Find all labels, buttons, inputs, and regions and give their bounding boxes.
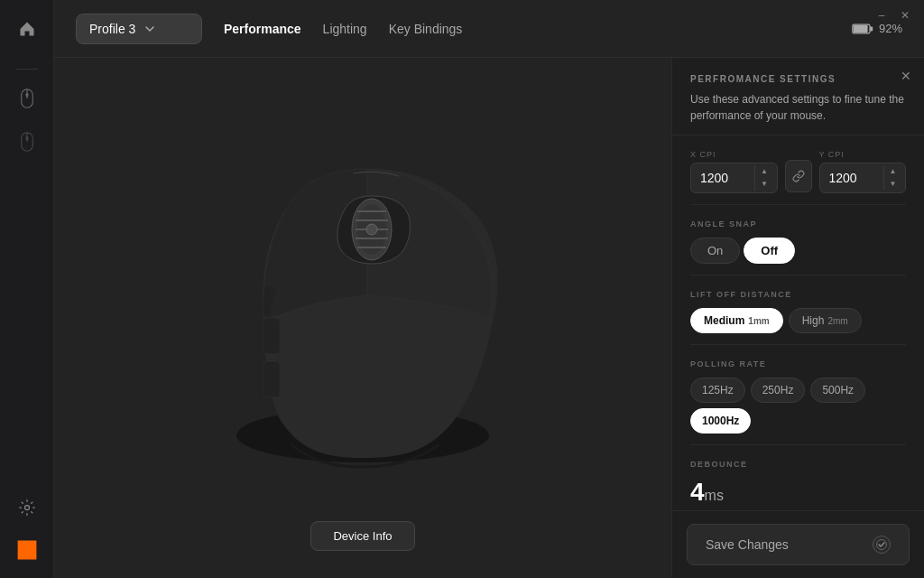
y-cpi-input-wrapper: ▲ ▼ [819,163,907,193]
x-cpi-label: X CPI [690,150,778,159]
mouse-area: Device Info [54,58,671,578]
window-bar: – ✕ [863,0,924,31]
lod-group: Medium 1mm High 2mm [690,308,906,333]
content-area: Device Info ✕ PERFROMANCE SETTINGS Use t… [54,58,924,578]
lift-off-label: LIFT OFF DISTANCE [690,290,906,299]
x-cpi-field: X CPI ▲ ▼ [690,150,778,193]
profile-dropdown[interactable]: Profile 3 [76,14,202,44]
panel-header: PERFROMANCE SETTINGS Use these advanced … [672,58,924,135]
top-nav: Profile 3 Performance Lighting Key Bindi… [54,0,924,58]
panel-title: PERFROMANCE SETTINGS [690,74,906,84]
device-info-button[interactable]: Device Info [310,521,414,551]
mouse-image [137,101,588,535]
debounce-label: DEBOUNCE [690,460,906,469]
save-changes-label: Save Changes [706,537,789,552]
panel-body: X CPI ▲ ▼ [672,135,924,510]
y-cpi-label: Y CPI [819,150,907,159]
save-check-icon [873,536,891,554]
polling-250[interactable]: 250Hz [751,378,806,403]
polling-rate-label: POLLING RATE [690,359,906,368]
minimize-button[interactable]: – [875,9,888,22]
main-area: – ✕ Profile 3 Performance Lighting Key B… [54,0,924,578]
x-cpi-input[interactable] [691,163,754,192]
sidebar-icon-mouse1[interactable] [9,80,45,117]
angle-snap-off[interactable]: Off [744,238,795,264]
home-icon[interactable] [13,14,42,43]
polling-1000[interactable]: 1000Hz [690,408,751,434]
y-cpi-down[interactable]: ▼ [884,178,902,191]
angle-snap-section: ANGLE SNAP On Off [690,205,906,275]
mouse-svg [173,137,552,499]
y-cpi-arrows: ▲ ▼ [883,165,902,191]
sidebar-icon-mouse2[interactable] [9,124,45,160]
panel-footer: Save Changes [672,510,924,578]
svg-point-2 [25,93,28,98]
svg-rect-21 [263,361,280,397]
fnatic-logo[interactable] [14,536,41,564]
polling-rate-section: POLLING RATE 125Hz 250Hz 500Hz 1000Hz [690,345,906,445]
right-panel: ✕ PERFROMANCE SETTINGS Use these advance… [671,58,924,578]
y-cpi-up[interactable]: ▲ [884,165,902,178]
svg-point-5 [25,136,28,141]
x-cpi-arrows: ▲ ▼ [754,165,773,191]
debounce-section: DEBOUNCE 4ms [690,445,906,510]
cpi-section: X CPI ▲ ▼ [690,135,906,205]
tab-performance[interactable]: Performance [224,18,301,40]
svg-point-6 [24,506,29,510]
polling-group: 125Hz 250Hz 500Hz 1000Hz [690,378,906,434]
lift-off-section: LIFT OFF DISTANCE Medium 1mm High 2mm [690,275,906,345]
sidebar-divider-1 [16,69,38,70]
panel-description: Use these advanced settings to fine tune… [690,91,906,124]
svg-rect-8 [27,550,36,559]
tab-lighting[interactable]: Lighting [323,18,367,40]
debounce-value: 4ms [690,478,906,507]
tab-keybindings[interactable]: Key Bindings [389,18,463,40]
x-cpi-down[interactable]: ▼ [755,178,773,191]
angle-snap-toggle-group: On Off [690,238,906,264]
chevron-down-icon [144,23,155,34]
profile-label: Profile 3 [89,22,135,36]
sidebar [0,0,54,578]
angle-snap-on[interactable]: On [690,238,740,264]
svg-point-22 [366,224,377,235]
sidebar-bottom [9,486,45,564]
y-cpi-field: Y CPI ▲ ▼ [819,150,907,193]
angle-snap-label: ANGLE SNAP [690,219,906,228]
save-changes-button[interactable]: Save Changes [687,524,910,565]
y-cpi-input[interactable] [820,163,883,192]
svg-rect-20 [263,318,280,354]
panel-close-button[interactable]: ✕ [897,67,915,85]
x-cpi-input-wrapper: ▲ ▼ [690,163,778,193]
debounce-unit: ms [705,488,724,503]
settings-icon[interactable] [9,489,45,526]
polling-125[interactable]: 125Hz [690,378,745,403]
close-button[interactable]: ✕ [899,9,911,22]
x-cpi-up[interactable]: ▲ [755,165,773,178]
cpi-row: X CPI ▲ ▼ [690,150,906,193]
lod-high[interactable]: High 2mm [789,308,862,333]
lod-medium[interactable]: Medium 1mm [690,308,783,333]
polling-500[interactable]: 500Hz [810,378,865,403]
cpi-link-button[interactable] [785,160,812,192]
